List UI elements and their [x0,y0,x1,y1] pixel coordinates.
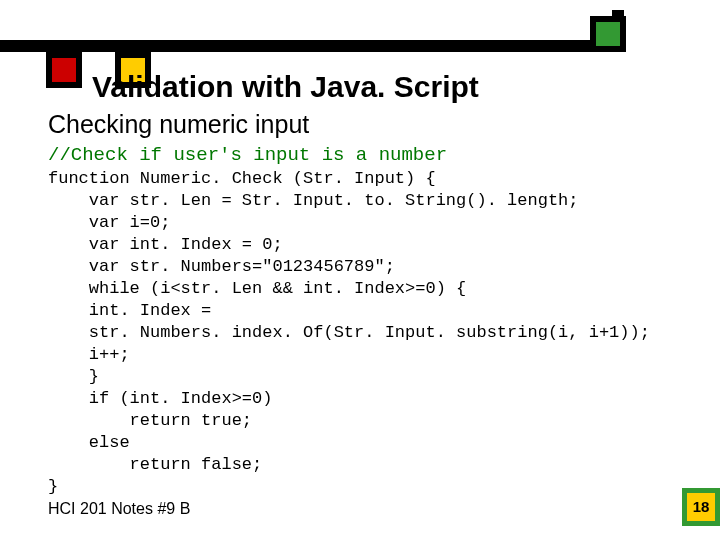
slide-subtitle: Checking numeric input [48,110,309,139]
slide: Validation with Java. Script Checking nu… [0,0,720,540]
slide-title: Validation with Java. Script [92,70,479,104]
code-comment: //Check if user's input is a number [48,144,447,166]
page-number-badge: 18 [682,488,720,526]
decor-bar-top [0,40,625,52]
footer-note: HCI 201 Notes #9 B [48,500,190,518]
code-block: function Numeric. Check (Str. Input) { v… [48,168,650,498]
decor-square-green [590,16,626,52]
decor-square-red [46,52,82,88]
